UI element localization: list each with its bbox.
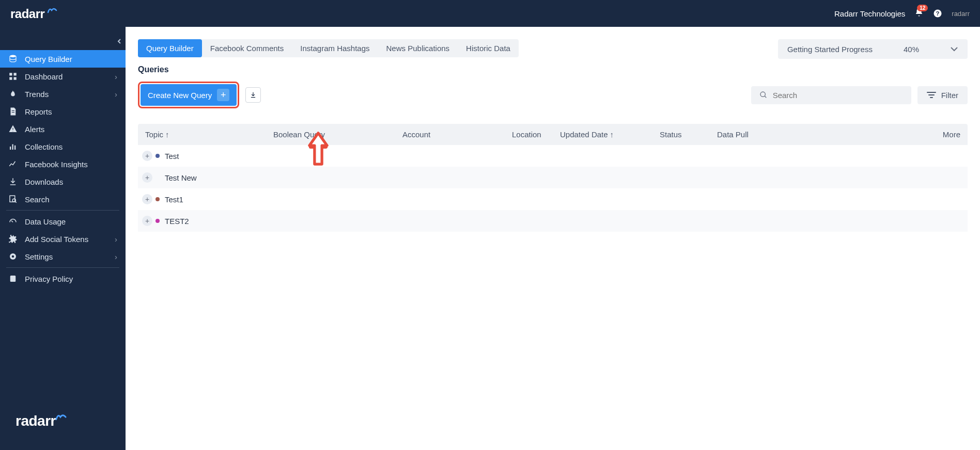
document-icon <box>8 107 18 116</box>
svg-rect-15 <box>10 276 16 282</box>
grid-icon <box>8 72 18 81</box>
sidebar-item-label: Add Social Tokens <box>25 235 107 244</box>
filter-icon <box>927 91 936 99</box>
main-content: Query Builder Facebook Comments Instagra… <box>126 27 980 450</box>
nav-list: Query Builder Dashboard › Trends › Repor… <box>0 50 126 287</box>
expand-row-button[interactable]: + <box>142 194 152 204</box>
footer-logo: radarr <box>15 412 110 429</box>
topic-name: Test New <box>165 173 197 182</box>
sidebar-item-label: Data Usage <box>25 217 117 226</box>
table-header: Topic ↑ Boolean Query Account Location U… <box>138 124 968 145</box>
svg-rect-6 <box>14 77 17 80</box>
svg-rect-4 <box>14 73 17 75</box>
chevron-right-icon: › <box>115 72 117 81</box>
tab-facebook-comments[interactable]: Facebook Comments <box>202 39 292 57</box>
sidebar-item-reports[interactable]: Reports <box>0 103 126 120</box>
sidebar-item-label: Search <box>25 195 117 204</box>
search-icon <box>759 91 768 99</box>
nav-divider <box>6 210 119 211</box>
chevron-left-icon <box>116 38 122 44</box>
topic-name: Test1 <box>165 195 183 204</box>
search-doc-icon <box>8 195 18 204</box>
sidebar-collapse-button[interactable] <box>116 37 122 46</box>
annotation-highlight: Create New Query + <box>138 82 239 108</box>
sidebar-item-add-social-tokens[interactable]: Add Social Tokens › <box>0 230 126 248</box>
shield-icon <box>8 274 18 283</box>
trend-icon <box>8 159 18 169</box>
header-right: Radarr Technologies 12 ? radarr <box>834 8 970 19</box>
download-icon <box>8 177 18 186</box>
status-dot <box>155 197 160 201</box>
sidebar-item-query-builder[interactable]: Query Builder <box>0 50 126 68</box>
column-header-account[interactable]: Account <box>402 130 512 139</box>
progress-value: 40% <box>904 45 919 54</box>
tab-query-builder[interactable]: Query Builder <box>138 39 202 57</box>
sidebar-item-facebook-insights[interactable]: Facebook Insights <box>0 155 126 173</box>
table-row[interactable]: + Test1 <box>138 188 968 210</box>
filter-label: Filter <box>941 91 958 100</box>
table-row[interactable]: + Test <box>138 145 968 167</box>
svg-point-2 <box>10 55 16 58</box>
table-row[interactable]: + Test New <box>138 167 968 188</box>
table-row[interactable]: + TEST2 <box>138 210 968 232</box>
sidebar-item-privacy-policy[interactable]: Privacy Policy <box>0 270 126 287</box>
expand-row-button[interactable]: + <box>142 216 152 226</box>
column-header-location[interactable]: Location <box>512 130 560 139</box>
sidebar-item-settings[interactable]: Settings › <box>0 248 126 265</box>
sidebar-item-label: Reports <box>25 107 117 116</box>
column-header-more[interactable]: More <box>773 130 960 139</box>
section-title: Queries <box>138 65 968 74</box>
svg-rect-8 <box>12 144 13 150</box>
sidebar: Query Builder Dashboard › Trends › Repor… <box>0 27 126 450</box>
top-header: radarr Radarr Technologies 12 ? radarr <box>0 0 980 27</box>
notification-bell[interactable]: 12 <box>914 8 924 19</box>
notification-count: 12 <box>917 5 928 11</box>
svg-rect-5 <box>9 77 12 80</box>
plus-icon: + <box>217 89 229 101</box>
expand-row-button[interactable]: + <box>142 172 152 183</box>
wave-icon <box>44 7 57 21</box>
expand-row-button[interactable]: + <box>142 151 152 161</box>
svg-rect-7 <box>10 147 11 150</box>
sidebar-item-collections[interactable]: Collections <box>0 138 126 155</box>
svg-rect-3 <box>9 73 12 75</box>
column-header-status[interactable]: Status <box>660 130 717 139</box>
sidebar-item-dashboard[interactable]: Dashboard › <box>0 68 126 85</box>
filter-button[interactable]: Filter <box>917 86 968 104</box>
tab-historic-data[interactable]: Historic Data <box>458 39 519 57</box>
progress-label: Getting Started Progress <box>787 45 873 54</box>
sidebar-item-label: Trends <box>25 90 107 99</box>
column-header-boolean[interactable]: Boolean Query <box>273 130 402 139</box>
sidebar-item-label: Query Builder <box>25 55 117 63</box>
table-body: + Test + Test New <box>138 145 968 232</box>
status-dot <box>155 154 160 158</box>
small-logo: radarr <box>952 10 970 18</box>
sidebar-item-search[interactable]: Search <box>0 190 126 208</box>
tab-instagram-hashtags[interactable]: Instagram Hashtags <box>292 39 378 57</box>
sidebar-item-label: Facebook Insights <box>25 160 117 169</box>
sidebar-item-data-usage[interactable]: Data Usage <box>0 213 126 230</box>
sidebar-item-label: Dashboard <box>25 72 107 81</box>
topic-name: Test <box>165 152 179 160</box>
tabs-row: Query Builder Facebook Comments Instagra… <box>138 39 968 59</box>
column-header-topic[interactable]: Topic ↑ <box>145 130 273 139</box>
sidebar-item-downloads[interactable]: Downloads <box>0 173 126 190</box>
svg-rect-9 <box>14 146 15 150</box>
search-input[interactable] <box>773 91 903 100</box>
column-header-updated[interactable]: Updated Date ↑ <box>560 130 660 139</box>
sidebar-item-alerts[interactable]: Alerts <box>0 120 126 138</box>
chevron-down-icon <box>950 44 958 54</box>
actions-row: Create New Query + Filter <box>138 82 968 108</box>
create-new-query-button[interactable]: Create New Query + <box>141 84 237 106</box>
column-header-datapull[interactable]: Data Pull <box>717 130 773 139</box>
annotation-arrow-icon <box>305 130 331 166</box>
tab-news-publications[interactable]: News Publications <box>378 39 458 57</box>
help-icon[interactable]: ? <box>933 9 942 18</box>
sidebar-item-trends[interactable]: Trends › <box>0 85 126 103</box>
progress-box[interactable]: Getting Started Progress 40% <box>778 39 968 59</box>
chevron-right-icon: › <box>115 90 117 99</box>
search-box[interactable] <box>751 86 911 104</box>
sidebar-item-label: Settings <box>25 252 107 261</box>
chevron-right-icon: › <box>115 235 117 244</box>
download-button[interactable] <box>245 87 261 103</box>
